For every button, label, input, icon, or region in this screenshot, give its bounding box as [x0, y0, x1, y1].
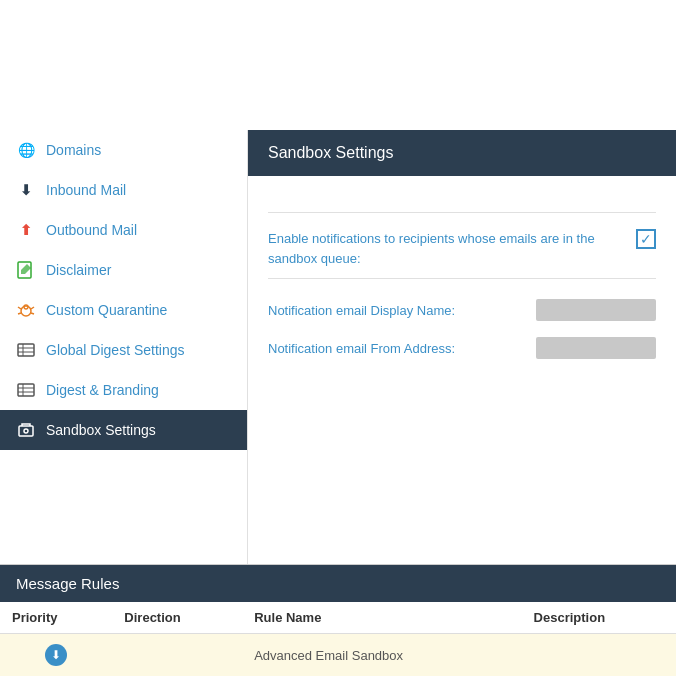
svg-line-5 [18, 313, 21, 314]
sidebar-item-custom-quarantine[interactable]: Custom Quarantine [0, 290, 247, 330]
content-area: Sandbox Settings Enable notifications to… [248, 130, 676, 564]
message-rules-header: Message Rules [0, 565, 676, 602]
sidebar-label-digest-branding: Digest & Branding [46, 382, 159, 398]
svg-rect-11 [18, 384, 34, 396]
col-header-direction: Direction [112, 602, 242, 634]
priority-icon: ⬇ [12, 644, 100, 666]
sidebar-label-sandbox-settings: Sandbox Settings [46, 422, 156, 438]
content-title: Sandbox Settings [268, 144, 393, 161]
display-name-input[interactable] [536, 299, 656, 321]
message-rules-title: Message Rules [16, 575, 119, 592]
app-layout: 🌐 Domains ⬇ Inbound Mail ⬆ Outbound Mail [0, 0, 676, 676]
display-name-row: Notification email Display Name: [268, 299, 656, 321]
enable-notifications-checkbox[interactable]: ✓ [636, 229, 656, 249]
svg-rect-7 [18, 344, 34, 356]
svg-line-4 [31, 307, 34, 309]
cell-priority: ⬇ [0, 634, 112, 677]
sandbox-icon [16, 420, 36, 440]
col-header-rule-name: Rule Name [242, 602, 521, 634]
globe-icon: 🌐 [16, 140, 36, 160]
checkbox-icon[interactable]: ✓ [636, 229, 656, 249]
svg-line-3 [18, 307, 21, 309]
table-row[interactable]: ⬇ Advanced Email Sandbox [0, 634, 676, 677]
content-header: Sandbox Settings [248, 130, 676, 176]
svg-point-1 [21, 306, 31, 316]
enable-notifications-row: Enable notifications to recipients whose… [268, 229, 656, 279]
bug-icon [16, 300, 36, 320]
sidebar-item-domains[interactable]: 🌐 Domains [0, 130, 247, 170]
content-body: Enable notifications to recipients whose… [248, 176, 676, 564]
from-address-label: Notification email From Address: [268, 341, 524, 356]
sidebar-item-sandbox-settings[interactable]: Sandbox Settings [0, 410, 247, 450]
edit-icon [16, 260, 36, 280]
arrow-up-icon: ⬆ [16, 220, 36, 240]
sidebar-item-outbound-mail[interactable]: ⬆ Outbound Mail [0, 210, 247, 250]
top-divider [268, 212, 656, 213]
message-rules-section: Message Rules Priority Direction Rule Na… [0, 564, 676, 676]
table-icon [16, 340, 36, 360]
cell-direction [112, 634, 242, 677]
sidebar-item-disclaimer[interactable]: Disclaimer [0, 250, 247, 290]
from-address-input[interactable] [536, 337, 656, 359]
sidebar-label-inbound-mail: Inbound Mail [46, 182, 126, 198]
sidebar-label-domains: Domains [46, 142, 101, 158]
table-header-row: Priority Direction Rule Name Description [0, 602, 676, 634]
svg-line-6 [31, 313, 34, 314]
svg-rect-15 [19, 426, 33, 436]
col-header-priority: Priority [0, 602, 112, 634]
sidebar-label-disclaimer: Disclaimer [46, 262, 111, 278]
sidebar: 🌐 Domains ⬇ Inbound Mail ⬆ Outbound Mail [0, 130, 248, 564]
cell-description [522, 634, 676, 677]
rules-table: Priority Direction Rule Name Description… [0, 602, 676, 676]
sidebar-label-custom-quarantine: Custom Quarantine [46, 302, 167, 318]
sidebar-label-outbound-mail: Outbound Mail [46, 222, 137, 238]
main-area: 🌐 Domains ⬇ Inbound Mail ⬆ Outbound Mail [0, 130, 676, 564]
table2-icon [16, 380, 36, 400]
sidebar-item-inbound-mail[interactable]: ⬇ Inbound Mail [0, 170, 247, 210]
display-name-label: Notification email Display Name: [268, 303, 524, 318]
arrow-down-icon: ⬇ [16, 180, 36, 200]
from-address-row: Notification email From Address: [268, 337, 656, 359]
col-header-description: Description [522, 602, 676, 634]
down-circle-icon: ⬇ [45, 644, 67, 666]
sidebar-item-digest-branding[interactable]: Digest & Branding [0, 370, 247, 410]
sidebar-label-global-digest: Global Digest Settings [46, 342, 185, 358]
sidebar-item-global-digest[interactable]: Global Digest Settings [0, 330, 247, 370]
svg-point-2 [24, 305, 28, 309]
cell-rule-name: Advanced Email Sandbox [242, 634, 521, 677]
enable-notifications-label: Enable notifications to recipients whose… [268, 229, 636, 268]
svg-point-16 [24, 429, 28, 433]
top-spacer [0, 0, 676, 130]
